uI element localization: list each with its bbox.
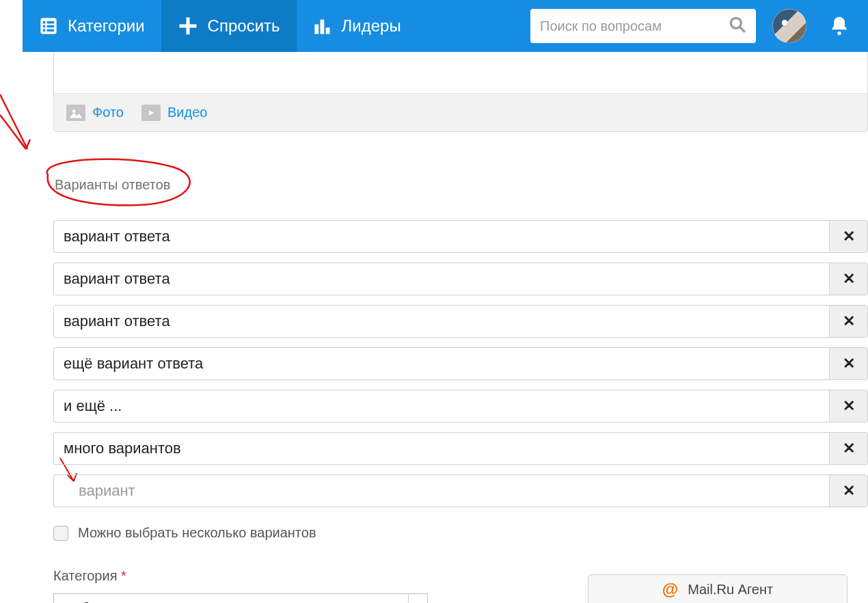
nav-leaders[interactable]: Лидеры (297, 0, 418, 52)
multi-select-row[interactable]: Можно выбрать несколько вариантов (53, 525, 868, 541)
close-icon: ✕ (843, 482, 855, 500)
content-area: Фото Видео Варианты ответов ✕ ✕ ✕ (53, 52, 868, 603)
answer-options-list: ✕ ✕ ✕ ✕ ✕ ✕ ✕ (53, 220, 868, 507)
remove-option-button[interactable]: ✕ (829, 306, 867, 337)
close-icon: ✕ (843, 270, 855, 288)
compose-textarea[interactable] (54, 52, 867, 93)
multi-select-label: Можно выбрать несколько вариантов (78, 525, 316, 541)
remove-option-button[interactable]: ✕ (829, 263, 867, 295)
answer-option-input[interactable] (54, 306, 829, 337)
answer-options-heading: Варианты ответов (53, 177, 868, 193)
svg-rect-10 (320, 20, 324, 34)
answer-option-row: ✕ (53, 432, 868, 465)
remove-option-button[interactable]: ✕ (829, 433, 867, 464)
svg-rect-4 (47, 25, 55, 28)
close-icon: ✕ (843, 312, 855, 330)
svg-rect-1 (43, 21, 46, 24)
answer-option-row: ✕ (53, 220, 868, 253)
nav-ask-label: Спросить (208, 16, 280, 36)
svg-rect-3 (43, 25, 46, 28)
search-icon[interactable] (729, 16, 746, 36)
attach-photo-button[interactable]: Фото (66, 105, 124, 121)
attach-photo-label: Фото (92, 105, 124, 120)
at-icon: @ (662, 580, 678, 599)
search-input[interactable] (540, 18, 729, 34)
notifications-button[interactable] (823, 15, 856, 37)
remove-option-button[interactable]: ✕ (829, 390, 867, 422)
list-icon (39, 16, 58, 36)
close-icon: ✕ (843, 397, 855, 415)
remove-option-button[interactable]: ✕ (829, 348, 867, 379)
answer-option-row-empty: ✕ (53, 474, 868, 507)
answer-option-row: ✕ (53, 305, 868, 338)
plus-icon (178, 16, 198, 36)
svg-rect-9 (314, 25, 318, 34)
close-icon: ✕ (843, 440, 855, 457)
answer-option-input[interactable] (54, 348, 829, 379)
answer-option-row: ✕ (53, 347, 868, 380)
nav-categories-label: Категории (68, 16, 145, 36)
category-label-text: Категория (53, 568, 118, 583)
bell-icon (828, 15, 850, 37)
compose-box: Фото Видео (53, 52, 868, 132)
svg-line-13 (740, 27, 745, 32)
svg-point-16 (72, 109, 76, 113)
required-mark: * (121, 568, 126, 583)
svg-rect-6 (47, 29, 55, 32)
answer-option-input[interactable] (54, 221, 829, 252)
svg-rect-11 (325, 27, 329, 34)
svg-rect-2 (47, 21, 55, 24)
attach-video-label: Видео (167, 105, 207, 120)
video-icon (141, 105, 161, 121)
mailru-agent-label: Mail.Ru Агент (688, 582, 773, 598)
close-icon: ✕ (843, 355, 855, 373)
svg-rect-8 (179, 25, 196, 28)
compose-toolbar: Фото Видео (54, 93, 867, 131)
remove-option-button[interactable]: ✕ (829, 475, 867, 507)
answer-option-row: ✕ (53, 263, 868, 295)
category-select[interactable]: Выберите категорию ▼ (53, 593, 428, 603)
category-select-value: Выберите категорию (59, 600, 205, 603)
answer-option-input-empty[interactable] (54, 475, 829, 507)
answer-option-input[interactable] (54, 433, 829, 464)
nav-categories[interactable]: Категории (23, 0, 161, 52)
bars-icon (313, 16, 332, 36)
answer-option-row: ✕ (53, 390, 868, 423)
mailru-agent-widget[interactable]: @ Mail.Ru Агент (588, 574, 847, 603)
nav-leaders-label: Лидеры (342, 16, 401, 36)
svg-point-12 (731, 18, 741, 28)
avatar[interactable] (772, 9, 806, 43)
close-icon: ✕ (843, 228, 855, 245)
search-box[interactable] (530, 9, 756, 43)
photo-icon (66, 105, 85, 121)
nav-ask[interactable]: Спросить (161, 0, 297, 52)
remove-option-button[interactable]: ✕ (829, 221, 867, 252)
top-navbar: Категории Спросить Лидеры (23, 0, 868, 52)
svg-point-14 (837, 31, 841, 35)
answer-option-input[interactable] (54, 263, 829, 295)
multi-select-checkbox[interactable] (53, 526, 68, 541)
attach-video-button[interactable]: Видео (141, 105, 207, 121)
chevron-down-icon: ▼ (408, 594, 422, 603)
svg-rect-5 (43, 29, 46, 32)
answer-option-input[interactable] (54, 390, 829, 422)
